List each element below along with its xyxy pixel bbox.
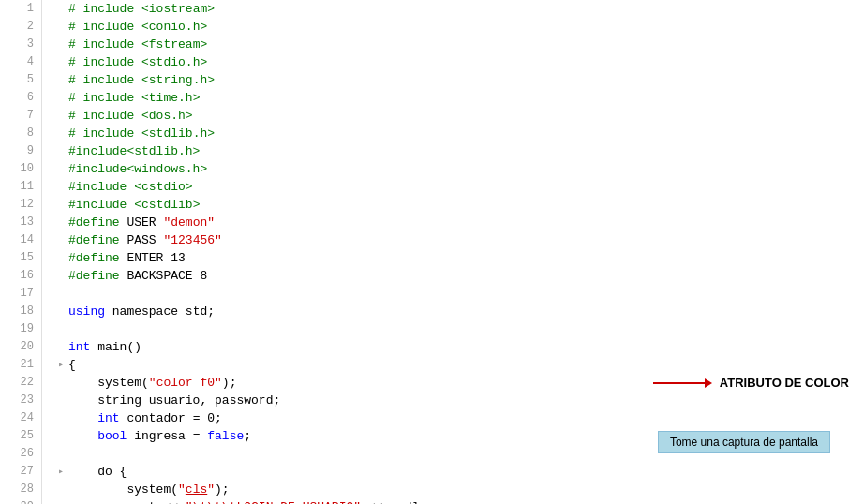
code-text: # include <time.h>: [68, 89, 849, 107]
line-number: 28: [7, 481, 34, 498]
code-text: cout << "\t\t\tLOGIN DE USUARIO" << endl…: [68, 498, 849, 504]
line-number: 6: [7, 89, 34, 107]
code-area[interactable]: # include <iostream># include <conio.h>#…: [42, 0, 849, 504]
line-number: 23: [7, 392, 34, 409]
code-text: #define USER "demon": [68, 214, 849, 231]
code-line: [53, 285, 849, 303]
line-number: 24: [7, 409, 34, 427]
code-text: #include<stdlib.h>: [68, 142, 849, 160]
line-number: 14: [7, 231, 34, 249]
annotation-label: ATRIBUTO DE COLOR: [720, 374, 849, 392]
line-number: 8: [7, 125, 34, 142]
code-text: #define BACKSPACE 8: [68, 267, 849, 285]
code-line: #define ENTER 13: [53, 249, 849, 267]
line-number: 10: [7, 160, 34, 178]
line-number: 18: [7, 303, 34, 320]
line-number: 1: [7, 0, 34, 18]
line-number: 22: [7, 374, 34, 392]
line-numbers: 1234567891011121314151617181920212223242…: [0, 0, 42, 504]
code-line: # include <fstream>: [53, 36, 849, 53]
code-line: system("cls");: [53, 481, 849, 498]
code-line: int contador = 0;: [53, 409, 849, 427]
code-line: # include <time.h>: [53, 89, 849, 107]
code-line: # include <dos.h>: [53, 107, 849, 125]
code-line: ▸ do {: [53, 463, 849, 481]
line-number: 27: [7, 463, 34, 481]
code-line: #include <cstdio>: [53, 178, 849, 196]
code-line: int main(): [53, 338, 849, 356]
code-text: system("cls");: [68, 481, 849, 498]
line-number: 4: [7, 53, 34, 71]
line-number: 15: [7, 249, 34, 267]
code-text: #include <cstdlib>: [68, 196, 849, 214]
tooltip-box: Tome una captura de pantalla: [658, 431, 830, 453]
line-number: 13: [7, 214, 34, 231]
code-line: # include <stdlib.h>: [53, 125, 849, 142]
code-text: #define PASS "123456": [68, 231, 849, 249]
line-number: 9: [7, 142, 34, 160]
code-line: #include<stdlib.h>: [53, 142, 849, 160]
annotation-arrow: ATRIBUTO DE COLOR: [653, 374, 849, 392]
code-text: {: [68, 356, 849, 374]
code-line: #include <cstdlib>: [53, 196, 849, 214]
code-line: string usuario, password;: [53, 392, 849, 409]
code-text: # include <fstream>: [68, 36, 849, 53]
code-text: #define ENTER 13: [68, 249, 849, 267]
line-number: 26: [7, 445, 34, 463]
line-number: 3: [7, 36, 34, 53]
code-text: # include <iostream>: [68, 0, 849, 18]
line-number: 29: [7, 498, 34, 504]
code-line: # include <conio.h>: [53, 18, 849, 36]
code-text: #include <cstdio>: [68, 178, 849, 196]
code-text: string usuario, password;: [68, 392, 849, 409]
code-line: #define USER "demon": [53, 214, 849, 231]
code-line: cout << "\t\t\tLOGIN DE USUARIO" << endl…: [53, 498, 849, 504]
code-line: #define BACKSPACE 8: [53, 267, 849, 285]
code-line: #include<windows.h>: [53, 160, 849, 178]
line-number: 5: [7, 71, 34, 89]
line-number: 2: [7, 18, 34, 36]
code-line: ▸{: [53, 356, 849, 374]
code-line: [53, 320, 849, 338]
line-number: 21: [7, 356, 34, 374]
code-editor: 1234567891011121314151617181920212223242…: [0, 0, 849, 504]
line-number: 11: [7, 178, 34, 196]
fold-gutter[interactable]: ▸: [53, 463, 68, 481]
code-text: # include <stdlib.h>: [68, 125, 849, 142]
code-line: # include <iostream>: [53, 0, 849, 18]
code-line: using namespace std;: [53, 303, 849, 320]
code-text: # include <conio.h>: [68, 18, 849, 36]
line-number: 12: [7, 196, 34, 214]
code-text: using namespace std;: [68, 303, 849, 320]
code-line: system("color f0");ATRIBUTO DE COLOR: [53, 374, 849, 392]
line-number: 25: [7, 427, 34, 445]
code-text: # include <dos.h>: [68, 107, 849, 125]
line-number: 17: [7, 285, 34, 303]
code-text: #include<windows.h>: [68, 160, 849, 178]
code-line: # include <string.h>: [53, 71, 849, 89]
code-text: # include <stdio.h>: [68, 53, 849, 71]
fold-gutter[interactable]: ▸: [53, 356, 68, 374]
code-text: do {: [68, 463, 849, 481]
line-number: 16: [7, 267, 34, 285]
code-text: # include <string.h>: [68, 71, 849, 89]
code-text: int contador = 0;: [68, 409, 849, 427]
line-number: 7: [7, 107, 34, 125]
code-text: int main(): [68, 338, 849, 356]
line-number: 19: [7, 320, 34, 338]
code-text: system("color f0");: [68, 374, 646, 392]
code-line: #define PASS "123456": [53, 231, 849, 249]
line-number: 20: [7, 338, 34, 356]
code-line: # include <stdio.h>: [53, 53, 849, 71]
